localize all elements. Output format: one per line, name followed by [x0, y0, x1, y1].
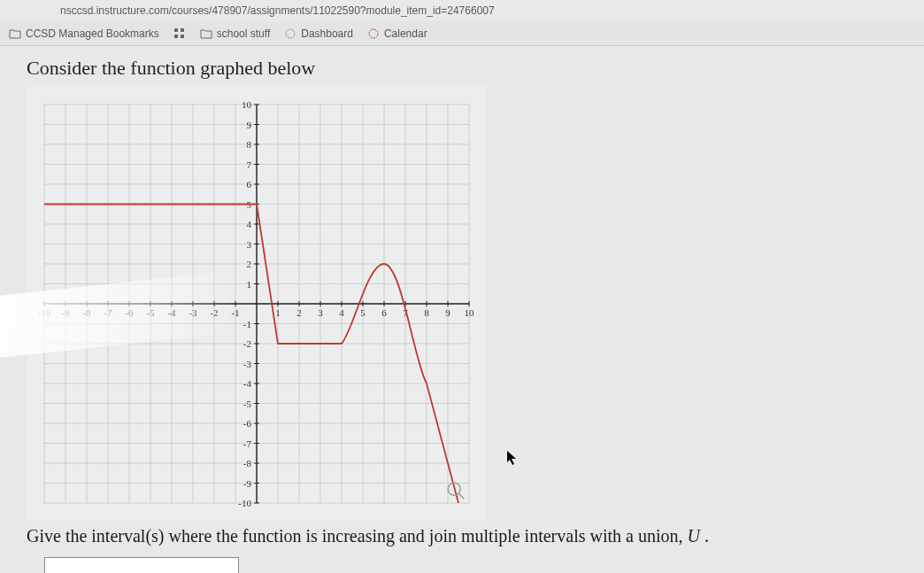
svg-text:-6: -6 — [125, 307, 134, 318]
svg-text:3: 3 — [247, 239, 252, 250]
svg-text:1: 1 — [275, 307, 281, 318]
function-graph: -10-9-8-7-6-5-4-3-2-112345678910-10-9-8-… — [27, 87, 487, 521]
svg-text:8: 8 — [424, 307, 429, 318]
svg-text:9: 9 — [445, 307, 450, 318]
svg-text:-5: -5 — [243, 399, 252, 409]
svg-rect-0 — [174, 28, 178, 32]
bookmarks-bar: CCSD Managed Bookmarks school stuff Dash… — [0, 21, 924, 46]
graph-svg: -10-9-8-7-6-5-4-3-2-112345678910-10-9-8-… — [27, 87, 487, 521]
svg-text:-10: -10 — [38, 307, 51, 318]
svg-text:-8: -8 — [82, 307, 91, 318]
url-text: nsccsd.instructure.com/courses/478907/as… — [60, 4, 495, 17]
svg-text:-6: -6 — [243, 418, 252, 429]
svg-text:-8: -8 — [243, 458, 252, 468]
folder-icon — [9, 27, 21, 40]
union-symbol: U — [687, 526, 699, 546]
bookmark-label: school stuff — [217, 27, 270, 40]
svg-text:6: 6 — [247, 179, 252, 190]
svg-point-4 — [286, 29, 295, 38]
svg-text:6: 6 — [381, 307, 387, 318]
bookmark-school-stuff[interactable]: school stuff — [200, 27, 270, 40]
svg-text:4: 4 — [339, 307, 344, 318]
calendar-icon — [367, 27, 380, 40]
browser-url-bar: nsccsd.instructure.com/courses/478907/as… — [0, 0, 924, 21]
svg-text:2: 2 — [247, 259, 252, 269]
svg-text:-1: -1 — [243, 319, 251, 329]
svg-text:-2: -2 — [243, 338, 251, 349]
svg-text:10: 10 — [465, 307, 475, 318]
svg-rect-1 — [181, 28, 184, 32]
svg-text:9: 9 — [247, 120, 252, 130]
prompt-prefix: Give the interval(s) where the function … — [27, 526, 687, 546]
prompt-suffix: . — [700, 526, 709, 546]
svg-text:-10: -10 — [238, 498, 251, 508]
apps-grid-icon[interactable] — [173, 27, 186, 40]
svg-text:-4: -4 — [243, 378, 252, 389]
bookmark-dashboard[interactable]: Dashboard — [284, 27, 353, 40]
svg-text:2: 2 — [296, 307, 302, 318]
answer-input[interactable] — [44, 557, 239, 573]
svg-text:1: 1 — [247, 279, 252, 290]
svg-text:-4: -4 — [167, 307, 176, 318]
svg-text:-9: -9 — [61, 307, 70, 318]
bookmark-label: CCSD Managed Bookmarks — [26, 27, 159, 40]
dashboard-icon — [284, 27, 296, 40]
svg-text:-2: -2 — [210, 307, 218, 318]
bookmark-label: Calendar — [384, 27, 427, 40]
question-title: Consider the function graphed below — [27, 57, 906, 80]
svg-point-5 — [369, 29, 378, 38]
bookmark-calendar[interactable]: Calendar — [367, 27, 427, 40]
svg-text:-9: -9 — [243, 478, 252, 489]
folder-icon — [200, 27, 212, 40]
svg-text:-7: -7 — [243, 438, 252, 449]
svg-text:3: 3 — [318, 307, 323, 318]
svg-text:10: 10 — [242, 99, 252, 110]
svg-text:7: 7 — [247, 159, 252, 170]
question-prompt: Give the interval(s) where the function … — [27, 526, 906, 546]
svg-text:5: 5 — [360, 307, 366, 318]
svg-text:-5: -5 — [146, 307, 155, 318]
svg-rect-3 — [181, 35, 184, 38]
svg-text:-1: -1 — [231, 307, 239, 318]
bookmark-label: Dashboard — [301, 27, 353, 40]
svg-rect-2 — [174, 35, 178, 38]
assignment-content: Consider the function graphed below -10-… — [0, 46, 924, 573]
svg-text:-7: -7 — [104, 307, 112, 318]
svg-line-131 — [458, 493, 464, 499]
svg-text:-3: -3 — [243, 359, 252, 369]
svg-text:4: 4 — [247, 219, 252, 229]
svg-text:-3: -3 — [189, 307, 197, 318]
svg-text:8: 8 — [247, 139, 252, 150]
managed-bookmarks-folder[interactable]: CCSD Managed Bookmarks — [9, 27, 159, 40]
